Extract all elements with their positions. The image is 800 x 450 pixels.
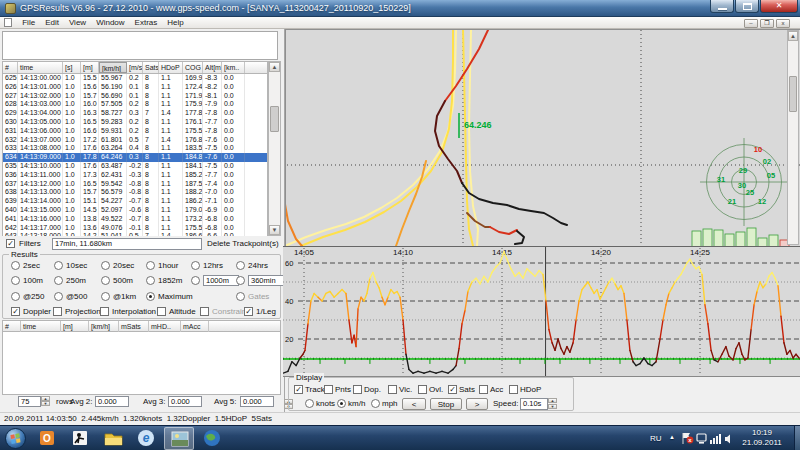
- taskbar-item-counter-strike[interactable]: [65, 427, 95, 450]
- show-desktop-button[interactable]: [794, 426, 800, 450]
- map-scrollbar-thumb[interactable]: [789, 76, 797, 112]
- display-checkbox-pnts[interactable]: [324, 385, 333, 394]
- display-checkbox-sats[interactable]: ✓: [448, 385, 457, 394]
- child-minimize-button[interactable]: –: [744, 19, 758, 28]
- results-column-header[interactable]: time: [21, 321, 61, 332]
- display-checkbox-acc[interactable]: [479, 385, 488, 394]
- display-checkbox-dop[interactable]: [353, 385, 362, 394]
- column-header[interactable]: Alt[m]: [203, 62, 222, 73]
- table-row[interactable]: 62714:13:02.0001.015.756.6900.181.1171.9…: [3, 92, 267, 101]
- taskbar-item-photo-viewer[interactable]: [164, 427, 194, 450]
- radio-10sec[interactable]: [54, 261, 63, 270]
- menu-item-view[interactable]: View: [64, 17, 91, 29]
- checkbox-altitude[interactable]: [157, 307, 166, 316]
- trackpoint-table[interactable]: 62514:13:00.0001.015.555.9670.281.1169.9…: [2, 74, 268, 236]
- radio-custom[interactable]: [236, 276, 245, 285]
- column-header[interactable]: time: [18, 62, 63, 73]
- custom-value-field[interactable]: 360min: [248, 275, 284, 286]
- trackpoint-table-header[interactable]: #time[s][m][km/h][m/s]SatsHDoPCOGAlt[m][…: [2, 61, 268, 74]
- column-header[interactable]: HDoP: [159, 62, 183, 73]
- checkbox-interpolation[interactable]: [100, 307, 109, 316]
- title-bar[interactable]: GPSResults V6.96 - 27.12.2010 - www.gps-…: [0, 0, 800, 17]
- checkbox-1leg[interactable]: ✓: [244, 307, 253, 316]
- unit-radio-knots[interactable]: [305, 399, 314, 408]
- avg2-field[interactable]: 0.000: [95, 396, 129, 407]
- radio-custom[interactable]: [191, 276, 200, 285]
- start-button[interactable]: [5, 428, 26, 449]
- radio-1hour[interactable]: [146, 261, 155, 270]
- track-map[interactable]: 64.2461002052930312521122930252105311202…: [285, 29, 800, 246]
- table-row[interactable]: 63314:13:08.0001.017.663.2640.481.1183.5…: [3, 144, 267, 153]
- table-row[interactable]: 63814:13:13.0001.015.756.579-0.881.1188.…: [3, 188, 267, 197]
- radio-250m[interactable]: [54, 276, 63, 285]
- scrollbar-thumb[interactable]: [270, 106, 279, 132]
- table-row[interactable]: 64214:13:17.0001.013.649.076-0.181.1175.…: [3, 224, 267, 233]
- map-canvas[interactable]: 64.2461002052930312521122930252105311202…: [286, 30, 800, 247]
- column-header[interactable]: [m/s]: [127, 62, 143, 73]
- tray-expand-icon[interactable]: ▲: [669, 434, 675, 440]
- taskbar-item-internet-explorer[interactable]: e: [131, 427, 161, 450]
- radio-100m[interactable]: [11, 276, 20, 285]
- custom-value-field[interactable]: 1000m: [203, 275, 239, 286]
- display-checkbox-vic[interactable]: [388, 385, 397, 394]
- table-row[interactable]: 63714:13:12.0001.016.559.542-0.881.1187.…: [3, 180, 267, 189]
- radio-2sec[interactable]: [11, 261, 20, 270]
- scroll-up-icon[interactable]: ▲: [269, 62, 280, 72]
- table-row[interactable]: 62814:13:03.0001.016.057.5050.281.1175.9…: [3, 100, 267, 109]
- map-scrollbar[interactable]: ▲: [787, 30, 799, 245]
- radio-1852m[interactable]: [146, 276, 155, 285]
- table-row[interactable]: 63414:13:09.0001.017.864.2460.381.1184.8…: [3, 153, 267, 162]
- prev-button[interactable]: <: [402, 398, 426, 410]
- menu-item-window[interactable]: Window: [91, 17, 129, 29]
- scroll-down-icon[interactable]: ▼: [269, 225, 280, 235]
- chart-canvas[interactable]: 20406014:0514:1014:1514:2014:25: [283, 247, 800, 377]
- avg3-field[interactable]: 0.000: [168, 396, 202, 407]
- radio-500m[interactable]: [101, 276, 110, 285]
- checkbox-projection[interactable]: [53, 307, 62, 316]
- next-button[interactable]: >: [466, 398, 488, 410]
- table-row[interactable]: 64114:13:16.0001.013.849.522-0.781.1173.…: [3, 215, 267, 224]
- column-header[interactable]: #: [3, 62, 18, 73]
- menu-item-help[interactable]: Help: [162, 17, 188, 29]
- display-checkbox-hdop[interactable]: [509, 385, 518, 394]
- menu-item-edit[interactable]: Edit: [40, 17, 64, 29]
- avg5-field[interactable]: 0.000: [240, 396, 274, 407]
- results-column-header[interactable]: [m]: [61, 321, 89, 332]
- close-button[interactable]: ✕: [760, 0, 798, 13]
- radio-12hrs[interactable]: [191, 261, 200, 270]
- radio-20sec[interactable]: [101, 261, 110, 270]
- rows-spinner[interactable]: ▲▼: [41, 396, 51, 407]
- radio-500[interactable]: [54, 292, 63, 301]
- radio-24hrs[interactable]: [236, 261, 245, 270]
- taskbar-item-google-earth[interactable]: [197, 427, 227, 450]
- results-table-header[interactable]: #time[m][km/h]mSatsmHD..mAcc: [2, 320, 281, 332]
- language-indicator[interactable]: RU: [650, 434, 662, 443]
- column-header[interactable]: Sats: [143, 62, 159, 73]
- table-scrollbar[interactable]: ▲ ▼: [268, 61, 281, 236]
- speed-chart[interactable]: 20406014:0514:1014:1514:2014:25: [283, 246, 800, 376]
- stop-button[interactable]: Stop: [430, 398, 462, 410]
- table-row[interactable]: 63514:13:10.0001.017.663.487-0.281.1184.…: [3, 162, 267, 171]
- display-checkbox-ovl[interactable]: [418, 385, 427, 394]
- delete-trackpoints-button[interactable]: Delete Trackpoint(s): [207, 239, 279, 249]
- rows-count-field[interactable]: 75: [18, 396, 41, 407]
- column-header[interactable]: [km..: [222, 62, 245, 73]
- filters-checkbox[interactable]: ✓: [6, 239, 15, 248]
- map-scroll-up-icon[interactable]: ▲: [788, 31, 798, 41]
- unit-radio-kmh[interactable]: [337, 399, 346, 408]
- taskbar-item-outlook[interactable]: O: [32, 427, 62, 450]
- speed-spinner[interactable]: ▲▼: [548, 398, 558, 409]
- results-column-header[interactable]: [km/h]: [89, 321, 119, 332]
- results-column-header[interactable]: mHD..: [149, 321, 181, 332]
- table-row[interactable]: 64314:13:18.0001.014.251.0410.571.4186.6…: [3, 232, 267, 236]
- child-close-button[interactable]: x: [776, 19, 790, 28]
- results-column-header[interactable]: mSats: [119, 321, 149, 332]
- tray-clock[interactable]: 10:19 21.09.2011: [733, 428, 791, 448]
- table-row[interactable]: 62914:13:04.0001.016.358.7270.371.4177.8…: [3, 109, 267, 118]
- minimize-button[interactable]: [710, 0, 734, 13]
- table-row[interactable]: 63014:13:05.0001.016.559.2830.281.1176.1…: [3, 118, 267, 127]
- table-row[interactable]: 62614:13:01.0001.015.656.1900.181.1172.4…: [3, 83, 267, 92]
- column-header[interactable]: [s]: [63, 62, 81, 73]
- maximize-button[interactable]: [735, 0, 759, 13]
- menu-item-extras[interactable]: Extras: [130, 17, 163, 29]
